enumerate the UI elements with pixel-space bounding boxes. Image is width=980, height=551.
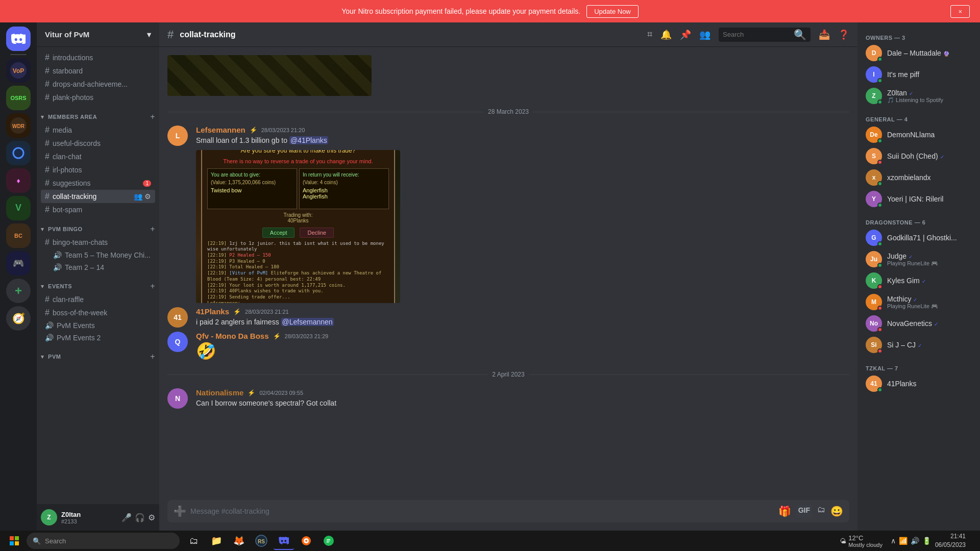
inbox-icon[interactable]: 📥 xyxy=(819,29,830,40)
member-godkilla[interactable]: G Godkilla71 | Ghostki... xyxy=(862,228,976,248)
member-yoeri[interactable]: Y Yoeri | IGN: Rileril xyxy=(862,189,976,209)
server-icon-1[interactable]: VoP xyxy=(6,58,31,83)
gift-icon[interactable]: 🎁 xyxy=(778,505,791,517)
member-kylesgim[interactable]: K Kyles Gim ✓ xyxy=(862,270,976,291)
gif-icon[interactable]: GIF xyxy=(796,505,812,517)
hash-icon: # xyxy=(45,205,50,214)
taskbar-discord[interactable] xyxy=(274,532,294,550)
deafen-icon[interactable]: 🎧 xyxy=(135,513,145,522)
member-demonnllama[interactable]: De DemonNLlama xyxy=(862,124,976,145)
header-search[interactable]: 🔍 xyxy=(719,28,811,42)
channel-members-icon[interactable]: 👥 xyxy=(134,192,142,201)
sys-time[interactable]: 21:41 06/05/2023 xyxy=(935,532,966,549)
channel-item-team2[interactable]: 🔊 Team 2 – 14 xyxy=(41,261,155,273)
online-indicator-z0ltan xyxy=(877,99,883,105)
channel-item-introductions[interactable]: # introductions xyxy=(41,51,155,64)
channel-item-pvm-events[interactable]: 🔊 PvM Events xyxy=(41,319,155,332)
taskbar-browser-1[interactable]: 🦊 xyxy=(229,532,249,550)
dnd-indicator-novagenetics xyxy=(877,327,883,332)
pinned-icon[interactable]: 📌 xyxy=(680,29,691,40)
add-channel-button[interactable]: + xyxy=(150,112,155,121)
channel-item-clan-raffle[interactable]: # clan-raffle xyxy=(41,293,155,306)
dnd-indicator-sij xyxy=(877,348,883,354)
taskbar-explorer[interactable]: 🗂 xyxy=(184,532,204,550)
channel-item-starboard[interactable]: # starboard xyxy=(41,64,155,78)
server-header[interactable]: Vitur of PvM ▾ xyxy=(37,22,159,47)
channel-item-pvm-events-2[interactable]: 🔊 PvM Events 2 xyxy=(41,332,155,344)
threads-icon[interactable]: ⌗ xyxy=(647,29,652,40)
server-icon-5[interactable]: ♦ xyxy=(6,168,31,193)
notifications-icon[interactable]: 🔔 xyxy=(660,29,672,40)
member-xzombie[interactable]: x xzombielandx xyxy=(862,167,976,188)
mention-41planks[interactable]: @41Planks xyxy=(289,136,328,144)
member-judge[interactable]: Ju Judge ✓ Playing RuneLite 🎮 xyxy=(862,249,976,269)
message-text-nationalisme: Can I borrow someone's spectral? Got col… xyxy=(196,398,849,409)
members-icon[interactable]: 👥 xyxy=(699,29,710,40)
channel-item-drops[interactable]: # drops-and-achieveme... xyxy=(41,78,155,91)
server-icon-3[interactable]: WDR xyxy=(6,113,31,138)
channel-item-bingo-team-chats[interactable]: # bingo-team-chats xyxy=(41,236,155,249)
network-icon[interactable]: 📶 xyxy=(899,537,908,545)
search-input[interactable] xyxy=(723,31,791,38)
server-icon-2[interactable]: OSRS xyxy=(6,86,31,110)
taskbar-browser-2[interactable] xyxy=(296,532,316,550)
member-41planks-list[interactable]: 41 41Planks xyxy=(862,373,976,394)
trade-receive-item2: Anglerfish xyxy=(303,193,385,199)
member-novagenetics[interactable]: No NovaGenetics ✓ xyxy=(862,313,976,334)
channel-item-suggestions[interactable]: # suggestions 1 xyxy=(41,177,155,190)
channel-name-bingo-team-chats: bingo-team-chats xyxy=(53,238,108,246)
channel-item-media[interactable]: # media xyxy=(41,123,155,137)
add-file-icon[interactable]: ➕ xyxy=(174,505,186,517)
channel-item-useful-discords[interactable]: # useful-discords xyxy=(41,137,155,150)
mention-lefsemannen[interactable]: @Lefsemannen xyxy=(281,318,334,326)
taskbar-runescape[interactable]: RS xyxy=(251,532,272,550)
server-icon-7[interactable]: BC xyxy=(6,223,31,248)
message-input[interactable] xyxy=(190,502,774,520)
explore-servers-button[interactable]: 🧭 xyxy=(6,306,31,331)
channel-item-boss-of-week[interactable]: # boss-of-the-week xyxy=(41,306,155,319)
server-icon-4[interactable] xyxy=(6,141,31,165)
channel-item-collat-tracking[interactable]: # collat-tracking 👥 ⚙ xyxy=(41,190,155,203)
mute-icon[interactable]: 🎤 xyxy=(121,513,132,522)
add-pvm-channel-button[interactable]: + xyxy=(150,352,155,361)
sticker-icon[interactable]: 🗂 xyxy=(817,505,825,517)
channel-list: # introductions # starboard # drops-and-… xyxy=(37,47,159,504)
server-icon-8[interactable]: 🎮 xyxy=(6,251,31,276)
channel-settings-icon[interactable]: ⚙ xyxy=(144,192,151,201)
category-pvm[interactable]: ▾ PvM + xyxy=(37,344,159,363)
taskbar-spotify[interactable] xyxy=(318,532,339,550)
taskbar-search[interactable]: 🔍 Search xyxy=(27,533,180,549)
member-sij[interactable]: Si Si J – CJ ✓ xyxy=(862,335,976,355)
help-icon[interactable]: ❓ xyxy=(838,29,849,40)
decline-trade-button[interactable]: Decline xyxy=(300,228,334,238)
volume-icon[interactable]: 🔊 xyxy=(911,537,919,545)
channel-item-clan-chat[interactable]: # clan-chat xyxy=(41,150,155,163)
category-pvm-bingo[interactable]: ▾ PvM Bingo + xyxy=(37,216,159,236)
emoji-icon[interactable]: 😀 xyxy=(830,505,843,517)
channel-item-irl-photos[interactable]: # irl-photos xyxy=(41,163,155,177)
category-events[interactable]: ▾ Events + xyxy=(37,273,159,293)
update-now-button[interactable]: Update Now xyxy=(586,5,639,18)
member-mcthicy[interactable]: M Mcthicy ✓ Playing RuneLite 🎮 xyxy=(862,292,976,312)
discord-home-button[interactable] xyxy=(6,27,31,51)
close-banner-button[interactable]: × xyxy=(950,5,970,18)
taskbar-file-manager[interactable]: 📁 xyxy=(206,532,227,550)
settings-icon[interactable]: ⚙ xyxy=(148,513,155,522)
messages-container[interactable]: 28 March 2023 L Lefsemannen ⚡ 28/03/2023… xyxy=(159,47,857,500)
server-icon-6[interactable]: V xyxy=(6,196,31,220)
add-bingo-channel-button[interactable]: + xyxy=(150,224,155,234)
category-members-area[interactable]: ▾ Members Area + xyxy=(37,104,159,123)
chevron-up-icon[interactable]: ∧ xyxy=(891,537,896,545)
add-server-button[interactable]: + xyxy=(6,279,31,303)
member-piff[interactable]: I It's me piff xyxy=(862,64,976,85)
member-suiidoh[interactable]: S Suii Doh (Ched) ✓ xyxy=(862,146,976,166)
member-z0ltan[interactable]: Z Z0ltan ✓ 🎵 Listening to Spotify xyxy=(862,86,976,106)
member-dale[interactable]: D Dale – Muttadale 🔮 xyxy=(862,43,976,63)
start-button[interactable] xyxy=(4,533,24,549)
channel-item-bot-spam[interactable]: # bot-spam xyxy=(41,203,155,216)
channel-item-plank[interactable]: # plank-photos xyxy=(41,91,155,104)
channel-item-team5[interactable]: 🔊 Team 5 – The Money Chi... xyxy=(41,249,155,261)
info-novagenetics: NovaGenetics ✓ xyxy=(887,319,972,328)
add-events-channel-button[interactable]: + xyxy=(150,282,155,291)
accept-trade-button[interactable]: Accept xyxy=(262,228,295,238)
